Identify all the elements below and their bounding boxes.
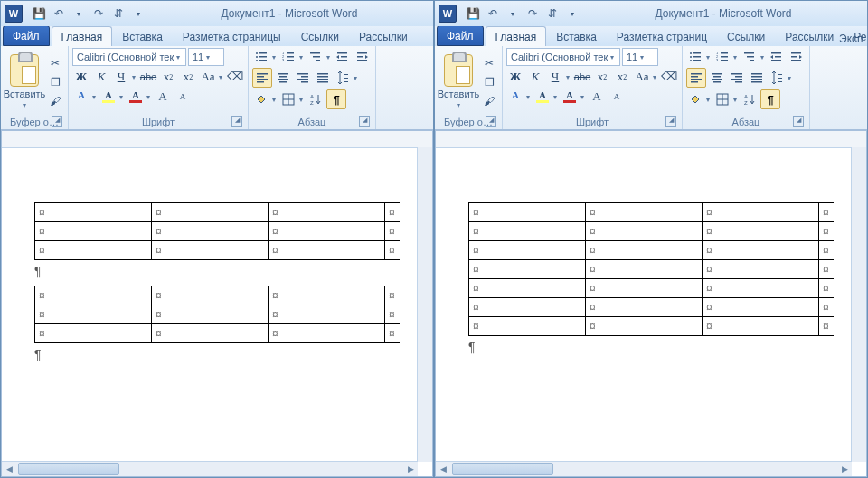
bullets-button[interactable] xyxy=(686,48,704,66)
shrink-font-button[interactable]: A xyxy=(174,88,192,106)
increase-indent-button[interactable] xyxy=(354,48,372,66)
table-cell[interactable]: ¤ xyxy=(703,222,819,241)
scrollbar-vertical[interactable] xyxy=(851,147,866,462)
sort-button[interactable]: AZ xyxy=(741,90,759,108)
underline-button[interactable]: Ч xyxy=(546,68,564,86)
qat-customize[interactable]: ▾ xyxy=(129,5,147,23)
table-cell[interactable]: ¤ xyxy=(269,241,385,260)
shrink-font-button[interactable]: A xyxy=(608,88,626,106)
table-cell[interactable]: ¤ xyxy=(152,305,269,324)
align-right-button[interactable] xyxy=(294,69,312,87)
bold-button[interactable]: Ж xyxy=(506,68,524,86)
ruler[interactable] xyxy=(436,131,866,148)
tab-references[interactable]: Ссылки xyxy=(291,26,349,46)
table-cell[interactable]: ¤ xyxy=(469,222,586,241)
table-cell[interactable]: ¤ xyxy=(35,203,152,222)
scroll-right-button[interactable]: ▶ xyxy=(403,462,418,476)
borders-button[interactable] xyxy=(279,90,297,108)
paragraph-dialog-launcher[interactable]: ◢ xyxy=(359,116,370,127)
font-name-combo[interactable]: Calibri (Основной тек▾ xyxy=(72,48,186,66)
clear-format-button[interactable]: ⌫ xyxy=(660,68,678,86)
clear-format-button[interactable]: ⌫ xyxy=(226,68,244,86)
font-color-button[interactable]: A xyxy=(127,88,145,106)
multilevel-button[interactable] xyxy=(307,48,325,66)
italic-button[interactable]: К xyxy=(92,68,110,86)
line-spacing-button[interactable] xyxy=(334,69,352,87)
align-left-button[interactable] xyxy=(252,68,272,88)
subscript-button[interactable]: x2 xyxy=(159,68,177,86)
change-case-button[interactable]: Aa xyxy=(199,68,217,86)
document-area[interactable]: ¤¤¤¤¤¤¤¤¤¤¤¤¤¤¤¤¤¤¤¤¤¤¤¤¤¤¤¤ ¶ ◀ ▶ xyxy=(435,130,867,477)
superscript-button[interactable]: x2 xyxy=(179,68,197,86)
scrollbar-vertical[interactable] xyxy=(417,147,432,462)
page[interactable]: ¤¤¤¤¤¤¤¤¤¤¤¤ ¶ ¤¤¤¤¤¤¤¤¤¤¤¤ ¶ xyxy=(2,148,432,378)
superscript-button[interactable]: x2 xyxy=(613,68,631,86)
subscript-button[interactable]: x2 xyxy=(593,68,611,86)
tab-references[interactable]: Ссылки xyxy=(717,26,775,46)
scroll-right-button[interactable]: ▶ xyxy=(837,462,852,476)
justify-button[interactable] xyxy=(314,69,332,87)
scroll-left-button[interactable]: ◀ xyxy=(2,462,16,476)
table-cell[interactable]: ¤ xyxy=(703,241,819,260)
qat-save[interactable]: 💾 xyxy=(30,5,48,23)
justify-button[interactable] xyxy=(748,69,766,87)
font-size-combo[interactable]: 11▾ xyxy=(622,48,658,66)
bullets-button[interactable] xyxy=(252,48,270,66)
table-cell[interactable]: ¤ xyxy=(269,203,385,222)
table-cell[interactable]: ¤ xyxy=(586,222,703,241)
tab-layout[interactable]: Разметка страниц xyxy=(607,26,717,46)
table-cell[interactable]: ¤ xyxy=(152,241,269,260)
table-cell[interactable]: ¤ xyxy=(586,241,703,260)
table-cell[interactable]: ¤ xyxy=(703,317,819,336)
table-cell[interactable]: ¤ xyxy=(35,305,152,324)
underline-button[interactable]: Ч xyxy=(112,68,130,86)
table-cell[interactable]: ¤ xyxy=(35,241,152,260)
copy-button[interactable]: ❐ xyxy=(480,73,498,91)
qat-undo-dd[interactable]: ▾ xyxy=(70,5,88,23)
line-spacing-button[interactable] xyxy=(768,69,786,87)
qat-redo[interactable]: ↷ xyxy=(524,5,542,23)
qat-touch[interactable]: ⇵ xyxy=(109,5,127,23)
page[interactable]: ¤¤¤¤¤¤¤¤¤¤¤¤¤¤¤¤¤¤¤¤¤¤¤¤¤¤¤¤ ¶ xyxy=(436,148,866,370)
show-marks-button[interactable]: ¶ xyxy=(760,89,780,109)
clipboard-dialog-launcher[interactable]: ◢ xyxy=(52,116,62,127)
highlight-button[interactable]: A xyxy=(533,88,552,106)
tab-file[interactable]: Файл xyxy=(437,26,484,46)
qat-undo[interactable]: ↶ xyxy=(484,5,502,23)
highlight-button[interactable]: A xyxy=(99,88,118,106)
table-cell[interactable]: ¤ xyxy=(469,317,586,336)
text-effects-button[interactable]: A xyxy=(72,88,90,106)
table-1[interactable]: ¤¤¤¤¤¤¤¤¤¤¤¤ xyxy=(34,202,400,260)
paste-button[interactable]: Вставить ▾ xyxy=(439,48,478,116)
format-painter-button[interactable]: 🖌 xyxy=(46,92,64,110)
clipboard-dialog-launcher[interactable]: ◢ xyxy=(486,116,496,127)
borders-button[interactable] xyxy=(713,90,731,108)
tab-insert[interactable]: Вставка xyxy=(546,26,607,46)
table-cell[interactable]: ¤ xyxy=(35,286,152,305)
shading-button[interactable] xyxy=(252,90,270,108)
format-painter-button[interactable]: 🖌 xyxy=(480,92,498,110)
tab-mailings[interactable]: Рассылки xyxy=(775,26,844,46)
table-cell[interactable]: ¤ xyxy=(586,298,703,317)
bold-button[interactable]: Ж xyxy=(72,68,90,86)
tab-file[interactable]: Файл xyxy=(3,26,50,46)
table-cell[interactable]: ¤ xyxy=(586,260,703,279)
decrease-indent-button[interactable] xyxy=(768,48,786,66)
font-color-button[interactable]: A xyxy=(561,88,579,106)
tab-home[interactable]: Главная xyxy=(486,26,547,46)
align-center-button[interactable] xyxy=(708,69,726,87)
table-cell[interactable]: ¤ xyxy=(152,286,269,305)
strike-button[interactable]: abe xyxy=(573,68,591,86)
paste-button[interactable]: Вставить ▾ xyxy=(5,48,44,116)
align-right-button[interactable] xyxy=(728,69,746,87)
table-cell[interactable]: ¤ xyxy=(703,298,819,317)
tab-home[interactable]: Главная xyxy=(52,26,113,46)
table-cell[interactable]: ¤ xyxy=(152,203,269,222)
table-cell[interactable]: ¤ xyxy=(469,203,586,222)
qat-touch[interactable]: ⇵ xyxy=(543,5,561,23)
scroll-thumb[interactable] xyxy=(452,463,553,475)
table-cell[interactable]: ¤ xyxy=(703,279,819,298)
qat-undo-dd[interactable]: ▾ xyxy=(504,5,522,23)
paragraph-dialog-launcher[interactable]: ◢ xyxy=(793,116,804,127)
tab-insert[interactable]: Вставка xyxy=(112,26,173,46)
